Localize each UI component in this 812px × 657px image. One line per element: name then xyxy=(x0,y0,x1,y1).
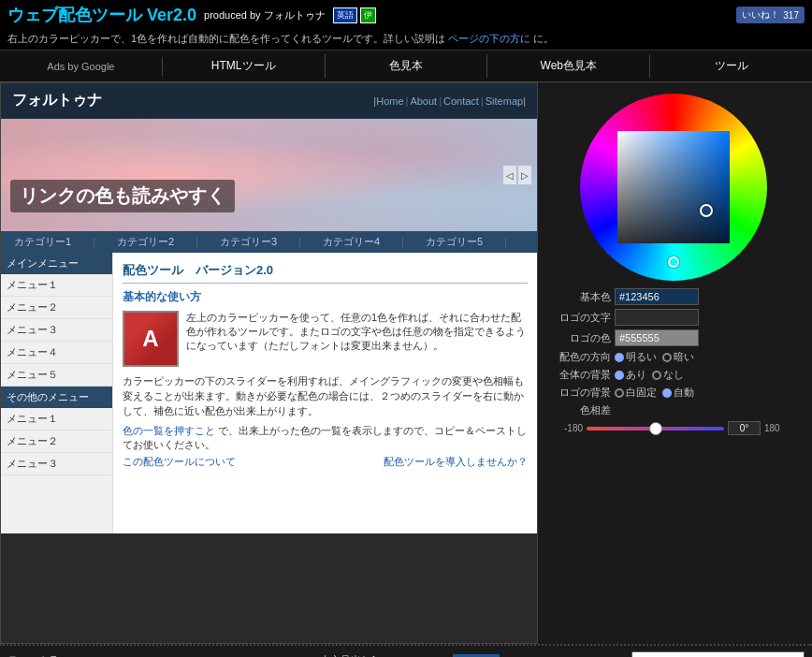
bottom-links: この配色ツールについて 配色ツールを導入しませんか？ xyxy=(123,456,528,469)
about-tool-link[interactable]: この配色ツールについて xyxy=(123,456,236,469)
direction-radio-group: 明るい 暗い xyxy=(615,350,694,364)
preview-inner: フォルトゥナ | Home | About | Contact | Sitema… xyxy=(1,83,537,533)
hue-slider-track[interactable] xyxy=(587,427,724,431)
hue-slider-row: -180 180 xyxy=(545,421,802,435)
produced-by: produced by フォルトゥナ xyxy=(204,8,326,22)
bottom-panel: テーマカラー #123456 全体の背景 #123456 メニュー #14293… xyxy=(0,644,812,657)
hue-diff-label: 色相差 xyxy=(545,403,611,417)
hero-flowers xyxy=(1,119,537,231)
header-left: ウェブ配色ツール Ver2.0 produced by フォルトゥナ 英語 伊 xyxy=(7,4,376,26)
desc-link[interactable]: ページの下の方に xyxy=(448,33,530,44)
nav-bar: Ads by Google HTMLツール 色見本 Web色見本 ツール xyxy=(0,51,812,82)
logo-bg-auto[interactable]: 自動 xyxy=(662,386,694,400)
sidebar-menu-1-2[interactable]: メニュー２ xyxy=(1,297,112,319)
logo-color-input[interactable] xyxy=(615,329,699,346)
fb-like-button[interactable]: いいね！ 317 xyxy=(736,7,805,23)
sidebar-menu-1-1[interactable]: メニュー１ xyxy=(1,274,112,297)
cat2[interactable]: カテゴリー2 xyxy=(117,235,174,249)
logo-color-label: ロゴの色 xyxy=(545,331,611,345)
color-controls: 基本色 ロゴの文字 ロゴの色 配色の方向 明るい xyxy=(545,285,802,435)
blog-nav-sitemap[interactable]: Sitemap xyxy=(486,95,523,107)
flag-it: 伊 xyxy=(360,7,376,23)
color-wheel-inner xyxy=(613,126,734,248)
blog-title: フォルトゥナ xyxy=(12,91,102,110)
content-text2: カラーピッカーの下のスライダーを利用すれば、メイングラフィックの変更や色相幅も変… xyxy=(123,374,528,418)
wheel-cursor[interactable] xyxy=(668,256,679,268)
cat-sep3: | xyxy=(288,235,312,249)
hue-slider-thumb[interactable] xyxy=(649,422,662,435)
hero-text: リンクの色も読みやすく xyxy=(10,180,235,212)
preview-panel: フォルトゥナ | Home | About | Contact | Sitema… xyxy=(0,82,538,644)
bg-radio-group: あり なし xyxy=(615,368,684,382)
main-text1-label: 本文見出し1 xyxy=(320,653,381,657)
sidebar: メインメニュー メニュー１ メニュー２ メニュー３ メニュー４ メニュー５ その… xyxy=(1,253,113,533)
introduce-link[interactable]: 配色ツールを導入しませんか？ xyxy=(384,456,528,469)
category-bar: カテゴリー1 | カテゴリー2 | カテゴリー3 | カテゴリー4 | カテゴリ… xyxy=(1,231,537,253)
logo-bg-fixed-label: 白固定 xyxy=(626,386,657,400)
main-text1-row: 本文見出し1 #1E5791 xyxy=(320,653,625,657)
bg-row: 全体の背景 あり なし xyxy=(545,368,802,382)
direction-dark[interactable]: 暗い xyxy=(662,350,694,364)
nav-html[interactable]: HTMLツール xyxy=(163,54,326,78)
blog-header: フォルトゥナ | Home | About | Contact | Sitema… xyxy=(1,83,537,119)
flag-en: 英語 xyxy=(333,7,357,23)
blog-nav-contact[interactable]: Contact xyxy=(443,95,479,107)
nav-web-color[interactable]: Web色見本 xyxy=(487,54,650,78)
hero-arrows[interactable]: ◁ ▷ xyxy=(503,166,531,184)
direction-bright-dot xyxy=(615,353,624,362)
sidebar-menu-1-4[interactable]: メニュー４ xyxy=(1,342,112,364)
bg-label: 全体の背景 xyxy=(545,368,611,382)
direction-label: 配色の方向 xyxy=(545,350,611,364)
direction-bright[interactable]: 明るい xyxy=(615,350,657,364)
nav-color-sample[interactable]: 色見本 xyxy=(326,54,488,78)
color-picker-panel: 基本色 ロゴの文字 ロゴの色 配色の方向 明るい xyxy=(538,82,809,644)
blog-nav-home[interactable]: Home xyxy=(376,95,403,107)
sidebar-menu-2-2[interactable]: メニュー２ xyxy=(1,431,112,453)
cat-sep5: | xyxy=(494,235,507,249)
bg-no[interactable]: なし xyxy=(652,368,684,382)
header-flags: 英語 伊 xyxy=(333,7,376,23)
sep1: | xyxy=(406,95,409,107)
bg-no-label: なし xyxy=(663,368,684,382)
header-description: 右上のカラーピッカーで、1色を作れば自動的に配色を作ってくれるツールです。詳しい… xyxy=(0,30,812,51)
sidebar-menu-1-3[interactable]: メニュー３ xyxy=(1,319,112,342)
cat-sep4: | xyxy=(391,235,414,249)
color-wheel-container[interactable] xyxy=(580,94,767,281)
content-image-icon: A xyxy=(142,326,158,352)
blog-nav-about[interactable]: About xyxy=(410,95,437,107)
prev-arrow[interactable]: ◁ xyxy=(503,166,516,184)
cat5[interactable]: カテゴリー5 xyxy=(426,235,483,249)
cat4[interactable]: カテゴリー4 xyxy=(323,235,380,249)
hue-max-label: 180 xyxy=(764,423,802,433)
story-panel: まずしい太こりの男が、大きな森の近くにこやをもって、おかみさんとふたりのこどもと… xyxy=(631,651,805,657)
logo-bg-fixed-dot xyxy=(615,388,624,398)
sidebar-menu-2-1[interactable]: メニュー１ xyxy=(1,408,112,431)
logo-bg-auto-dot xyxy=(662,388,672,398)
color-picker-box[interactable] xyxy=(617,131,730,243)
color-table-left: テーマカラー #123456 全体の背景 #123456 メニュー #14293… xyxy=(7,651,312,657)
cat3[interactable]: カテゴリー3 xyxy=(220,235,277,249)
cat1[interactable]: カテゴリー1 xyxy=(14,235,71,249)
sidebar-menu-1-5[interactable]: メニュー５ xyxy=(1,364,112,387)
bg-yes[interactable]: あり xyxy=(615,368,646,382)
logo-text-row: ロゴの文字 xyxy=(545,309,802,326)
logo-bg-radio-group: 白固定 自動 xyxy=(615,386,694,400)
logo-bg-fixed[interactable]: 白固定 xyxy=(615,386,657,400)
fb-like-count: 317 xyxy=(783,10,799,21)
nav-tools[interactable]: ツール xyxy=(650,54,812,78)
hue-min-label: -180 xyxy=(545,423,583,433)
bg-yes-label: あり xyxy=(626,368,646,382)
hue-diff-row: 色相差 xyxy=(545,403,802,417)
base-color-input[interactable] xyxy=(615,288,699,305)
sidebar-menu-2-3[interactable]: メニュー３ xyxy=(1,453,112,475)
color-table-right: 本文見出し1 #1E5791 本文見出し2 #091A2B サイドバー見出し #… xyxy=(320,651,625,657)
theme-color-row: テーマカラー #123456 xyxy=(7,653,312,657)
picker-cursor[interactable] xyxy=(700,204,713,217)
cat-sep2: | xyxy=(185,235,209,249)
content-area: メインメニュー メニュー１ メニュー２ メニュー３ メニュー４ メニュー５ その… xyxy=(1,253,537,533)
next-arrow[interactable]: ▷ xyxy=(518,166,531,184)
hero-image: リンクの色も読みやすく ◁ ▷ xyxy=(1,119,537,231)
hue-val-input[interactable] xyxy=(728,421,761,435)
logo-text-input[interactable] xyxy=(615,309,699,326)
color-list-link[interactable]: 色の一覧を押すこと xyxy=(123,425,215,436)
